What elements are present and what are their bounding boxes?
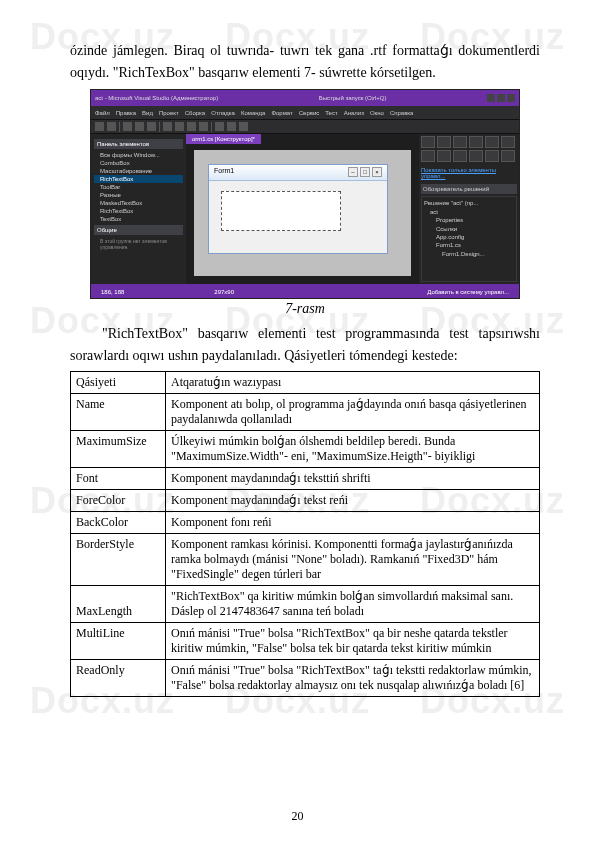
table-row: BorderStyleKomponent ramkası kórinisi. K… <box>71 533 540 585</box>
table-row: ReadOnlyOnıń mánisi "True" bolsa "RichTe… <box>71 659 540 696</box>
menu-bar: Файл Правка Вид Проект Сборка Отладка Ко… <box>91 106 519 120</box>
table-cell: Komponent fonı reńi <box>166 511 540 533</box>
table-header-cell: Atqaratuǵın wazıypası <box>166 371 540 393</box>
table-cell: Úlkeyiwi múmkin bolǵan ólshemdi beldilep… <box>166 430 540 467</box>
menu-help[interactable]: Справка <box>390 110 414 116</box>
menu-edit[interactable]: Правка <box>116 110 136 116</box>
paragraph-description: "RichTextBox" basqarıw elementi test pro… <box>70 323 540 366</box>
table-header-cell: Qásiyeti <box>71 371 166 393</box>
table-cell: Komponent maydanındaǵı teksttiń shrifti <box>166 467 540 489</box>
toolbox-tip: В этой группе нет элементов управления. <box>94 237 183 251</box>
table-cell: Komponent maydanındaǵı tekst reńi <box>166 489 540 511</box>
sol-item[interactable]: Ссылки <box>424 225 514 233</box>
menu-file[interactable]: Файл <box>95 110 110 116</box>
menu-debug[interactable]: Отладка <box>211 110 235 116</box>
table-row: ForeColorKomponent maydanındaǵı tekst re… <box>71 489 540 511</box>
toolbox-item[interactable]: ComboBox <box>94 159 183 167</box>
table-row: FontKomponent maydanındaǵı teksttiń shri… <box>71 467 540 489</box>
designer-tab[interactable]: orm1.cs [Конструктор]* <box>186 134 261 144</box>
table-cell: "RichTextBox" qa kiritiw múmkin bolǵan s… <box>166 585 540 622</box>
sol-item[interactable]: Properties <box>424 216 514 224</box>
menu-tools[interactable]: Сервис <box>299 110 320 116</box>
solution-explorer: Решение "act" (пр... act Properties Ссыл… <box>421 196 517 282</box>
right-link[interactable]: Показать только элементы управл... <box>421 167 517 179</box>
toolbox-item[interactable]: MaskedTextBox <box>94 199 183 207</box>
screenshot-visual-studio: act - Microsoft Visual Studio (Администр… <box>90 89 520 299</box>
maximize-icon: □ <box>360 167 370 177</box>
toolbar <box>91 120 519 134</box>
table-cell: BorderStyle <box>71 533 166 585</box>
table-cell: BackColor <box>71 511 166 533</box>
figure-caption: 7-rasm <box>70 301 540 317</box>
sol-item[interactable]: Form1.Design... <box>424 250 514 258</box>
menu-build[interactable]: Сборка <box>185 110 206 116</box>
table-row: MaximumSizeÚlkeyiwi múmkin bolǵan ólshem… <box>71 430 540 467</box>
properties-table: Qásiyeti Atqaratuǵın wazıypası NameKompo… <box>70 371 540 697</box>
winform-preview: Form1 –□× <box>208 164 388 254</box>
table-cell: Komponent ramkası kórinisi. Komponentti … <box>166 533 540 585</box>
right-panels: Показать только элементы управл... Обозр… <box>419 134 519 284</box>
table-cell: ReadOnly <box>71 659 166 696</box>
table-cell: Font <box>71 467 166 489</box>
quick-launch: Быстрый запуск (Ctrl+Q) <box>319 90 387 106</box>
menu-window[interactable]: Окно <box>370 110 384 116</box>
toolbox-panel: Панель элементов Все формы Window... Com… <box>91 134 186 284</box>
toolbox-item[interactable]: Все формы Window... <box>94 151 183 159</box>
table-cell: Onıń mánisi "True" bolsa "RichTextBox" t… <box>166 659 540 696</box>
form-title: Form1 <box>214 167 234 178</box>
sol-item[interactable]: act <box>424 208 514 216</box>
toolbox-item[interactable]: Разные <box>94 191 183 199</box>
menu-project[interactable]: Проект <box>159 110 179 116</box>
solution-explorer-header: Обозреватель решений <box>421 184 517 194</box>
sol-item[interactable]: App.config <box>424 233 514 241</box>
paragraph-intro: ózinde jámlegen. Biraq ol tuwrıda- tuwrı… <box>70 40 540 83</box>
table-row: MaxLength"RichTextBox" qa kiritiw múmkin… <box>71 585 540 622</box>
layout-buttons <box>421 150 517 162</box>
toolbox-item[interactable]: RichTextBox <box>94 207 183 215</box>
menu-view[interactable]: Вид <box>142 110 153 116</box>
table-cell: MaximumSize <box>71 430 166 467</box>
sol-item[interactable]: Form1.cs <box>424 241 514 249</box>
table-header-row: Qásiyeti Atqaratuǵın wazıypası <box>71 371 540 393</box>
table-cell: ForeColor <box>71 489 166 511</box>
designer-canvas: orm1.cs [Конструктор]* Form1 –□× <box>186 134 419 284</box>
table-cell: Komponent atı bolıp, ol programma jaǵday… <box>166 393 540 430</box>
table-cell: Onıń mánisi "True" bolsa "RichTextBox" q… <box>166 622 540 659</box>
menu-analyze[interactable]: Анализ <box>344 110 364 116</box>
window-title: act - Microsoft Visual Studio (Администр… <box>95 90 218 106</box>
status-position: 186, 188 <box>101 289 124 295</box>
toolbox-item[interactable]: ToolBar <box>94 183 183 191</box>
table-row: MultiLineOnıń mánisi "True" bolsa "RichT… <box>71 622 540 659</box>
table-row: NameKomponent atı bolıp, ol programma ja… <box>71 393 540 430</box>
menu-format[interactable]: Формат <box>271 110 292 116</box>
sol-item[interactable]: Решение "act" (пр... <box>424 199 514 207</box>
richtextbox-control[interactable] <box>221 191 341 231</box>
page-number: 20 <box>0 809 595 824</box>
menu-test[interactable]: Тест <box>325 110 337 116</box>
toolbox-group: Общие <box>94 225 183 235</box>
menu-team[interactable]: Команда <box>241 110 265 116</box>
table-cell: MultiLine <box>71 622 166 659</box>
status-bar: 186, 188 297x90 Добавить в систему управ… <box>91 284 519 299</box>
status-vcs: Добавить в систему управл... <box>427 289 509 295</box>
toolbox-header: Панель элементов <box>94 139 183 149</box>
minimize-icon: – <box>348 167 358 177</box>
toolbox-item-selected[interactable]: RichTextBox <box>94 175 183 183</box>
table-row: BackColorKomponent fonı reńi <box>71 511 540 533</box>
toolbox-item[interactable]: TextBox <box>94 215 183 223</box>
table-cell: MaxLength <box>71 585 166 622</box>
toolbox-item[interactable]: Масштабирование <box>94 167 183 175</box>
layout-buttons <box>421 136 517 148</box>
table-cell: Name <box>71 393 166 430</box>
status-size: 297x90 <box>214 289 234 295</box>
close-icon: × <box>372 167 382 177</box>
